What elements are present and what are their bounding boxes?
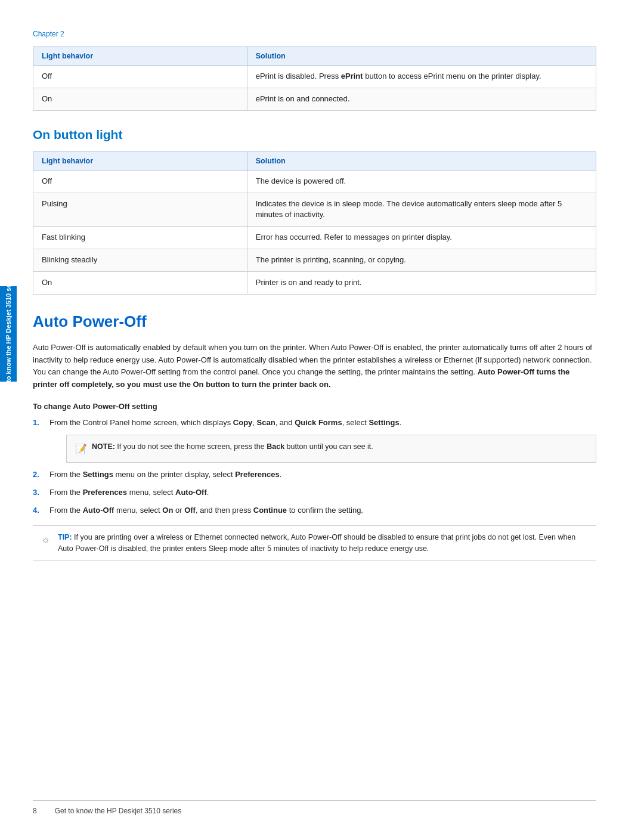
note-label: NOTE: — [92, 442, 115, 451]
list-item: 2. From the Settings menu on the printer… — [33, 469, 596, 481]
main-content: Chapter 2 Light behavior Solution Off eP… — [33, 0, 596, 597]
footer-page-num: 8 — [33, 807, 37, 815]
list-item-note: 📝 NOTE: If you do not see the home scree… — [49, 435, 596, 463]
eprint-row2-solution: ePrint is on and connected. — [247, 88, 596, 110]
side-tab: Get to know the HP Deskjet 3510 series — [0, 286, 17, 382]
tip-icon: ☼ — [41, 532, 53, 547]
on-btn-row5-light: On — [33, 271, 247, 294]
eprint-col1-header: Light behavior — [33, 47, 247, 66]
on-btn-col2-header: Solution — [247, 151, 596, 170]
tip-label: TIP: — [58, 533, 72, 541]
list-item: 1. From the Control Panel home screen, w… — [33, 417, 596, 429]
tip-text: TIP: If you are printing over a wireless… — [58, 532, 588, 555]
auto-power-heading: Auto Power-Off — [33, 312, 596, 331]
table-row: Blinking steadily The printer is printin… — [33, 249, 596, 272]
table-row: Fast blinking Error has occurred. Refer … — [33, 227, 596, 249]
chapter-label: Chapter 2 — [33, 30, 596, 38]
step-content-1: From the Control Panel home screen, whic… — [49, 417, 596, 429]
eprint-row1-light: Off — [33, 66, 247, 88]
step-num-3: 3. — [33, 487, 49, 498]
on-btn-row2-solution: Indicates the device is in sleep mode. T… — [247, 193, 596, 227]
page-footer: 8 Get to know the HP Deskjet 3510 series — [33, 800, 596, 815]
change-setting-subheading: To change Auto Power-Off setting — [33, 402, 596, 411]
table-row: Pulsing Indicates the device is in sleep… — [33, 193, 596, 227]
on-btn-col1-header: Light behavior — [33, 151, 247, 170]
page-wrapper: Get to know the HP Deskjet 3510 series C… — [0, 0, 644, 833]
table-row: On Printer is on and ready to print. — [33, 271, 596, 294]
note-box: 📝 NOTE: If you do not see the home scree… — [66, 435, 596, 463]
eprint-table: Light behavior Solution Off ePrint is di… — [33, 47, 596, 111]
on-btn-row3-light: Fast blinking — [33, 227, 247, 249]
on-btn-row4-light: Blinking steadily — [33, 249, 247, 272]
list-item: 3. From the Preferences menu, select Aut… — [33, 487, 596, 498]
table-row: Off ePrint is disabled. Press ePrint but… — [33, 66, 596, 88]
step-content-4: From the Auto-Off menu, select On or Off… — [49, 504, 596, 516]
on-btn-row4-solution: The printer is printing, scanning, or co… — [247, 249, 596, 272]
step-content-3: From the Preferences menu, select Auto-O… — [49, 487, 596, 498]
list-item: 4. From the Auto-Off menu, select On or … — [33, 504, 596, 516]
note-icon: 📝 — [75, 442, 87, 456]
tip-box: ☼ TIP: If you are printing over a wirele… — [33, 525, 596, 562]
table-row: Off The device is powered off. — [33, 170, 596, 193]
eprint-row2-light: On — [33, 88, 247, 110]
step-num-1: 1. — [33, 417, 49, 429]
note-text: NOTE: If you do not see the home screen,… — [92, 441, 373, 453]
on-btn-row1-solution: The device is powered off. — [247, 170, 596, 193]
steps-list: 1. From the Control Panel home screen, w… — [33, 417, 596, 517]
auto-power-body: Auto Power-Off is automatically enabled … — [33, 342, 596, 391]
eprint-row1-solution: ePrint is disabled. Press ePrint button … — [247, 66, 596, 88]
on-button-heading: On button light — [33, 128, 596, 142]
on-btn-row2-light: Pulsing — [33, 193, 247, 227]
table-row: On ePrint is on and connected. — [33, 88, 596, 110]
on-btn-row3-solution: Error has occurred. Refer to messages on… — [247, 227, 596, 249]
step-num-2: 2. — [33, 469, 49, 481]
on-button-table: Light behavior Solution Off The device i… — [33, 151, 596, 295]
on-btn-row1-light: Off — [33, 170, 247, 193]
step-content-2: From the Settings menu on the printer di… — [49, 469, 596, 481]
step-num-4: 4. — [33, 504, 49, 516]
footer-text: Get to know the HP Deskjet 3510 series — [55, 807, 182, 815]
side-tab-text: Get to know the HP Deskjet 3510 series — [4, 272, 13, 395]
on-btn-row5-solution: Printer is on and ready to print. — [247, 271, 596, 294]
eprint-col2-header: Solution — [247, 47, 596, 66]
